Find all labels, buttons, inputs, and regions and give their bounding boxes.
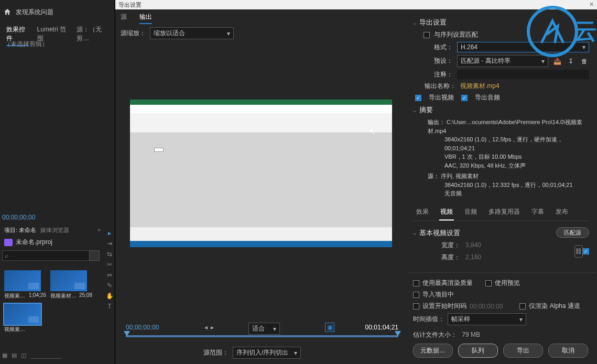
export-settings-header[interactable]: 导出设置 [413, 18, 589, 27]
in-point-handle[interactable] [124, 331, 130, 336]
comments-label: 注释： [424, 70, 453, 79]
tab-multiplexer[interactable]: 多路复用器 [487, 204, 521, 220]
metadata-button[interactable]: 元数据… [413, 344, 453, 358]
import-preset-icon[interactable]: ↧ [566, 57, 576, 65]
use-previews-checkbox[interactable] [485, 280, 492, 286]
project-search[interactable]: ⌕ [2, 250, 95, 261]
estimated-size-row: 估计文件大小： 79 MB [413, 330, 589, 339]
tab-publish[interactable]: 发布 [555, 204, 569, 220]
tab-media-browser[interactable]: 媒体浏览器 [40, 226, 69, 234]
watermark-text: 云 [574, 16, 597, 47]
premiere-project-icon [4, 239, 13, 246]
queue-button[interactable]: 队列 [458, 344, 498, 358]
tab-video[interactable]: 视频 [439, 204, 454, 220]
max-render-quality-checkbox[interactable] [413, 280, 419, 286]
tab-source-preview[interactable]: 源 [121, 13, 127, 24]
type-tool-icon[interactable]: T [107, 303, 111, 310]
clip-thumbnail[interactable]: 视频素材…25;08 [50, 270, 92, 300]
output-name-link[interactable]: 视频素材.mp4 [460, 82, 500, 91]
height-label: 高度： [439, 253, 460, 262]
video-preview-frame [130, 100, 392, 247]
summary-source: 源： 序列, 视频素材 3840x2160 (1.0)，12.332 fps，逐… [428, 172, 589, 198]
panel-menu-icon[interactable]: » [97, 226, 101, 234]
summary-output: 输出： C:\User…ocuments\Adobe\Premiere Pro\… [428, 118, 589, 170]
settings-tabs: 效果 视频 音频 多路复用器 字幕 发布 [413, 204, 589, 221]
preset-label: 预设： [424, 57, 453, 65]
tab-project[interactable]: 项目: 未命名 [4, 226, 36, 234]
start-timecode-value: 00;00;00;00 [470, 303, 503, 310]
close-icon[interactable]: ✕ [589, 1, 594, 8]
project-footer-icons: ▦ ▤ ◫ [2, 352, 62, 359]
format-label: 格式： [424, 43, 453, 52]
dialog-buttons: 元数据… 队列 导出 取消 [413, 344, 589, 358]
import-into-project-label: 导入项目中 [422, 290, 454, 299]
source-range-dropdown[interactable]: 序列切入/序列切出 [233, 347, 301, 359]
selection-tool-icon[interactable]: ▸ [108, 229, 111, 237]
source-range-label: 源范围： [203, 348, 229, 357]
out-point-handle[interactable] [395, 331, 401, 336]
slip-tool-icon[interactable]: ⇔ [107, 271, 112, 279]
export-video-label: 导出视频 [429, 93, 454, 102]
delete-preset-icon[interactable]: 🗑 [580, 57, 589, 65]
save-preset-icon[interactable]: 📥 [552, 57, 562, 65]
icon-view-icon[interactable]: ▤ [12, 352, 17, 359]
list-view-icon[interactable]: ▦ [2, 352, 7, 359]
clip-thumbnail[interactable]: 视频素…1;04;26 [4, 270, 46, 300]
ripple-tool-icon[interactable]: ⇆ [107, 250, 112, 258]
set-start-timecode-label: 设置开始时间码 [422, 302, 466, 311]
track-select-tool-icon[interactable]: ⇥ [107, 240, 112, 247]
crop-output-icon[interactable]: ▣ [325, 323, 334, 332]
match-sequence-checkbox[interactable] [424, 32, 430, 38]
workspace-tab[interactable]: 发现系统问题 [16, 8, 53, 17]
comments-input[interactable] [457, 70, 589, 79]
hand-tool-icon[interactable]: ✋ [106, 292, 114, 300]
pen-tool-icon[interactable]: ✎ [107, 282, 112, 289]
zoom-fit-dropdown[interactable]: 适合 [248, 323, 280, 335]
link-dimensions-icon[interactable]: ⛓ [574, 245, 583, 258]
export-bottom-options: 使用最高渲染质量 使用预览 导入项目中 设置开始时间码 00;00;00;00 … [407, 272, 595, 361]
timecode-in[interactable]: 00;00;00;00 [126, 324, 159, 331]
summary-header[interactable]: 摘要 [413, 105, 589, 115]
dialog-title: 导出设置 [118, 1, 142, 8]
premiere-background-panel: 发现系统问题 效果控件 Lumetri 范围 源：（无剪… （未选择剪辑） 00… [0, 0, 114, 364]
estimated-size-value: 79 MB [462, 331, 480, 338]
range-slider-track[interactable] [126, 335, 398, 337]
cancel-button[interactable]: 取消 [548, 344, 588, 358]
timecode-out: 00;01;04;21 [365, 324, 398, 331]
project-thumbnails: 视频素…1;04;26 视频素材…25;08 视频素… [4, 270, 99, 333]
home-icon[interactable] [3, 8, 12, 16]
import-into-project-checkbox[interactable] [413, 292, 419, 298]
export-button[interactable]: 导出 [503, 344, 543, 358]
match-dimensions-checkbox[interactable] [583, 248, 589, 255]
project-panel: 项目: 未命名 媒体浏览器 » [0, 224, 105, 236]
export-audio-checkbox[interactable] [461, 95, 468, 101]
set-start-timecode-checkbox[interactable] [413, 303, 419, 310]
project-view-toggle[interactable] [89, 250, 100, 261]
tab-source[interactable]: 源：（无剪… [77, 25, 110, 46]
width-label: 宽度： [439, 241, 460, 250]
clip-thumbnail-selected[interactable]: 视频素… [4, 304, 46, 333]
dialog-titlebar: 导出设置 ✕ [115, 0, 597, 9]
tab-output-preview[interactable]: 输出 [139, 13, 152, 24]
time-interpolation-dropdown[interactable]: 帧采样 [448, 313, 526, 325]
height-value[interactable]: 2,160 [465, 253, 492, 261]
razor-tool-icon[interactable]: ✂ [107, 261, 112, 268]
preset-dropdown[interactable]: 匹配源 - 高比特率 [457, 55, 548, 67]
format-dropdown[interactable]: H.264 [457, 42, 589, 52]
prev-frame-icon[interactable]: ◂ [204, 324, 208, 331]
tab-effects[interactable]: 效果 [415, 204, 430, 220]
export-audio-label: 导出音频 [475, 93, 500, 102]
time-interpolation-label: 时间插值： [413, 315, 444, 324]
tab-captions[interactable]: 字幕 [530, 204, 545, 220]
project-filename: 未命名.prproj [16, 238, 52, 247]
export-video-checkbox[interactable] [415, 95, 421, 101]
match-source-button[interactable]: 匹配源 [556, 227, 589, 238]
width-value[interactable]: 3,840 [465, 241, 492, 249]
basic-video-header[interactable]: 基本视频设置 [413, 228, 460, 238]
output-name-label: 输出名称： [424, 82, 456, 91]
render-alpha-only-checkbox[interactable] [519, 303, 526, 310]
play-icon[interactable]: ▸ [211, 324, 214, 331]
freeform-icon[interactable]: ◫ [21, 352, 26, 359]
search-icon: ⌕ [5, 252, 8, 259]
tab-audio[interactable]: 音频 [463, 204, 478, 220]
